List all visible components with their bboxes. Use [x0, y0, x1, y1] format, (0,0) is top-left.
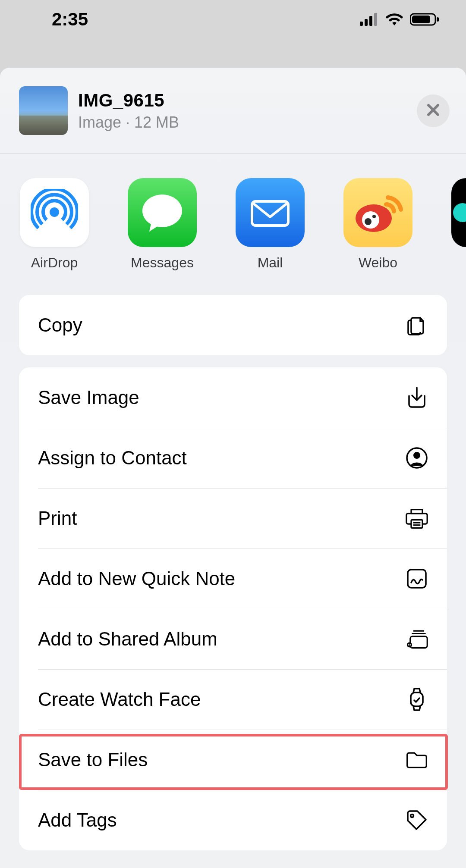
svg-point-16 — [413, 452, 420, 459]
svg-point-14 — [453, 203, 466, 222]
app-label: Mail — [236, 255, 305, 271]
app-label: AirDrop — [20, 255, 89, 271]
action-group-main: Save Image Assign to Contact Print — [19, 367, 447, 850]
shared-album-icon — [406, 628, 428, 650]
svg-point-28 — [411, 815, 414, 818]
action-label: Add Tags — [38, 809, 117, 831]
app-label: Weibo — [343, 255, 412, 271]
action-quick-note[interactable]: Add to New Quick Note — [19, 548, 447, 609]
svg-rect-1 — [365, 19, 368, 26]
action-group-copy: Copy — [19, 295, 447, 355]
app-row[interactable]: AirDrop Messages Mail — [0, 154, 466, 286]
action-label: Print — [38, 508, 77, 529]
status-time: 2:35 — [52, 9, 88, 30]
status-bar: 2:35 — [0, 0, 466, 39]
more-app-icon — [451, 178, 466, 247]
svg-rect-18 — [411, 520, 422, 528]
battery-icon — [410, 13, 440, 26]
svg-rect-5 — [412, 16, 430, 23]
action-assign-contact[interactable]: Assign to Contact — [19, 428, 447, 488]
messages-icon — [128, 178, 197, 247]
copy-icon — [406, 314, 428, 336]
svg-point-26 — [409, 643, 410, 645]
action-watch-face[interactable]: Create Watch Face — [19, 669, 447, 730]
file-subtitle: Image · 12 MB — [78, 113, 417, 132]
watch-icon — [406, 688, 428, 711]
mail-icon — [236, 178, 305, 247]
svg-point-7 — [50, 207, 59, 217]
action-copy[interactable]: Copy — [19, 295, 447, 355]
status-right — [360, 13, 440, 26]
close-button[interactable] — [417, 94, 450, 127]
svg-rect-2 — [369, 16, 372, 26]
file-thumbnail — [19, 86, 68, 135]
contact-icon — [406, 447, 428, 469]
action-label: Save Image — [38, 387, 139, 408]
action-label: Save to Files — [38, 749, 148, 771]
svg-rect-24 — [410, 636, 427, 648]
print-icon — [406, 507, 428, 530]
share-app-messages[interactable]: Messages — [128, 178, 197, 271]
file-meta: IMG_9615 Image · 12 MB — [78, 90, 417, 132]
weibo-icon — [343, 178, 412, 247]
action-label: Copy — [38, 314, 82, 336]
file-title: IMG_9615 — [78, 90, 417, 111]
airdrop-icon — [20, 178, 89, 247]
action-label: Add to Shared Album — [38, 628, 217, 650]
action-add-tags[interactable]: Add Tags — [19, 790, 447, 850]
action-label: Add to New Quick Note — [38, 568, 235, 589]
svg-point-13 — [372, 215, 376, 218]
download-icon — [406, 386, 428, 409]
action-print[interactable]: Print — [19, 488, 447, 548]
action-shared-album[interactable]: Add to Shared Album — [19, 609, 447, 669]
svg-rect-21 — [408, 570, 426, 588]
cellular-icon — [360, 13, 379, 26]
action-label: Assign to Contact — [38, 447, 187, 469]
svg-point-8 — [142, 194, 182, 227]
svg-rect-3 — [374, 13, 377, 26]
action-save-to-files[interactable]: Save to Files — [19, 730, 447, 790]
close-icon — [426, 103, 441, 119]
tag-icon — [406, 809, 428, 831]
quick-note-icon — [406, 567, 428, 590]
folder-icon — [406, 749, 428, 771]
app-label: Messages — [128, 255, 197, 271]
share-app-more[interactable] — [451, 178, 466, 271]
share-sheet: IMG_9615 Image · 12 MB — [0, 68, 466, 868]
svg-rect-6 — [437, 17, 439, 22]
svg-rect-0 — [360, 22, 363, 26]
svg-point-12 — [365, 218, 372, 225]
svg-rect-27 — [411, 693, 423, 706]
action-save-image[interactable]: Save Image — [19, 367, 447, 428]
action-label: Create Watch Face — [38, 689, 201, 710]
sheet-header: IMG_9615 Image · 12 MB — [0, 68, 466, 154]
share-app-airdrop[interactable]: AirDrop — [20, 178, 89, 271]
wifi-icon — [385, 13, 404, 26]
svg-rect-9 — [252, 201, 288, 226]
share-app-mail[interactable]: Mail — [236, 178, 305, 271]
share-app-weibo[interactable]: Weibo — [343, 178, 412, 271]
